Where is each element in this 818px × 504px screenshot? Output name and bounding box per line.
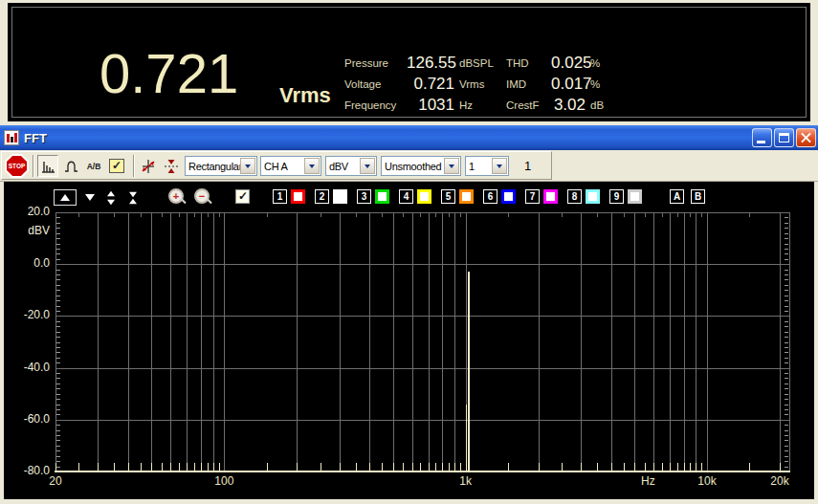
meter-display: 0.721 Vrms Pressure126.55dBSPLTHD0.025%V… [8,3,810,121]
y-minor-tick [785,253,788,254]
plot-right-edge [789,212,790,471]
gridline-horizontal [55,420,789,421]
cursor-crosshair-button[interactable] [138,155,159,177]
y-minor-tick [56,223,60,224]
y-minor-tick [56,253,60,254]
x-minor-tick-top [780,213,781,217]
x-minor-tick [382,463,383,471]
gridline-horizontal [55,212,789,213]
x-minor-tick-top [562,213,563,217]
minimize-button[interactable] [752,128,772,147]
x-minor-tick-top [219,213,220,217]
x-minor-tick [340,463,341,471]
y-minor-tick [785,296,788,296]
y-minor-tick [785,274,788,275]
setup-checklist-button[interactable] [106,155,127,177]
x-minor-tick [645,463,646,471]
ab-overlay-button[interactable]: A/B [83,155,104,177]
y-minor-tick [785,321,788,322]
y-minor-tick [785,430,788,431]
x-minor-tick-top [194,213,195,217]
y-minor-tick [785,383,788,384]
y-minor-tick [56,383,60,384]
gridline-vertical [170,212,171,471]
app-screen: 0.721 Vrms Pressure126.55dBSPLTHD0.025%V… [0,0,818,504]
x-minor-tick [562,463,563,471]
y-minor-tick [56,321,60,322]
y-minor-tick [785,259,788,260]
gridline-vertical [611,212,612,471]
y-minor-tick [56,352,60,353]
y-minor-tick [56,388,60,389]
gridline-vertical [454,212,455,471]
y-minor-tick [785,238,788,239]
x-axis-line [55,471,790,472]
gridline-horizontal [55,316,789,317]
meter-value2: 3.02 [551,96,587,115]
x-minor-tick-top [393,213,394,217]
averaging-select[interactable]: 1 [465,156,509,176]
gridline-horizontal [55,368,789,369]
dropdown-button[interactable] [492,158,507,174]
x-minor-tick [581,463,582,471]
meter-unit: Vrms [459,78,503,90]
x-minor-tick [780,463,781,471]
stop-button[interactable]: STOP [5,154,29,178]
meter-value: 126.55 [407,54,456,73]
meter-value2: 0.025 [551,54,587,73]
x-minor-tick [690,463,691,471]
gridline-vertical [369,212,370,471]
fit-range-icon [163,158,180,175]
gridline-vertical [442,212,443,471]
window-shape-button[interactable] [60,155,81,177]
meter-value: 0.721 [407,75,456,94]
x-axis-label: 20k [761,474,799,488]
meter-unit2: dB [590,99,615,111]
x-minor-tick-top [597,213,598,217]
magnitude-unit-select[interactable]: dBV [325,156,377,176]
x-minor-tick [539,463,540,471]
y-minor-tick [56,425,60,426]
dropdown-button[interactable] [240,158,255,174]
gridline-vertical [696,212,696,471]
plot-canvas[interactable]: 20.00.0-20.0-40.0-60.0-80.0dBV201001k10k… [4,182,814,499]
window-shape-icon [63,159,79,174]
y-minor-tick [785,326,788,327]
meter-unit: dBSPL [459,57,503,69]
spectrum-peak-skirt [466,405,467,471]
y-minor-tick [56,337,60,338]
x-minor-tick [213,463,214,471]
plot-area: 123456789AB 20.00.0-20.0-40.0-60.0-80.0d… [4,182,814,499]
gridline-vertical [213,212,214,471]
dropdown-button[interactable] [360,158,375,174]
spectrum-bars-button[interactable] [37,155,58,177]
fit-vertical-range-button[interactable] [161,155,182,177]
x-minor-tick-top [684,213,685,217]
x-minor-tick [393,463,394,471]
gridline-vertical [412,212,413,471]
y-minor-tick [56,394,60,395]
dropdown-button[interactable] [304,158,320,174]
y-minor-tick [56,347,60,348]
smoothing-select[interactable]: Unsmoothed [381,156,461,176]
x-minor-tick-top [696,213,696,217]
channel-select[interactable]: CH A [260,156,321,176]
ab-overlay-icon: A/B [87,162,101,171]
y-minor-tick [785,414,788,415]
maximize-button[interactable] [774,128,794,147]
stop-icon: STOP [5,154,29,178]
x-axis-label: 10k [688,474,726,488]
dropdown-button[interactable] [444,158,459,174]
y-minor-tick [56,456,60,457]
x-minor-tick-top [98,213,99,217]
y-axis-label: -20.0 [8,308,50,321]
x-minor-tick [412,463,413,471]
gridline-vertical [634,212,635,471]
y-minor-tick [56,233,60,234]
close-button[interactable] [796,128,816,147]
magnitude-unit-select-value: dBV [326,161,360,172]
y-minor-tick [785,409,788,410]
y-minor-tick [785,446,788,447]
window-function-select[interactable]: Rectangular [185,156,257,176]
x-minor-tick-top [297,213,298,217]
